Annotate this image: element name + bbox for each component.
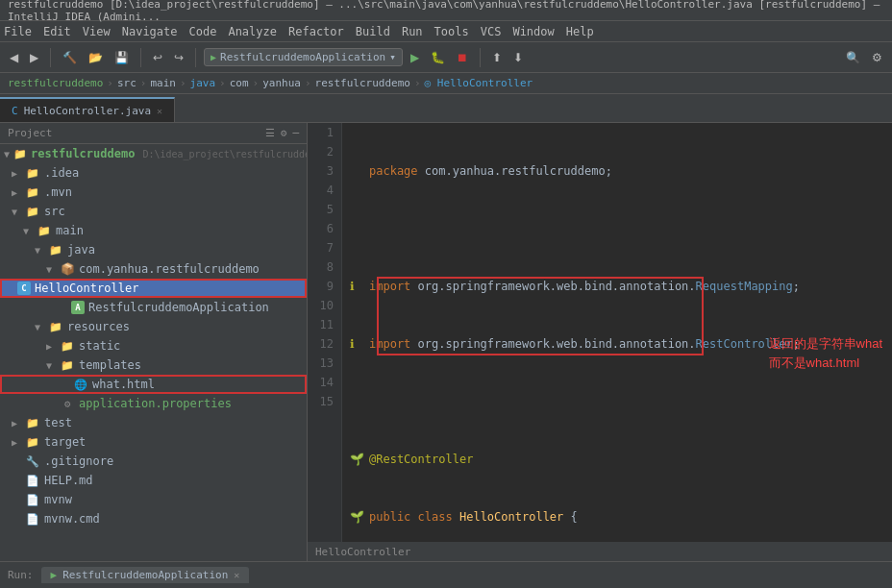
folder-icon: 📁: [25, 184, 40, 200]
chevron-down-icon: ▾: [389, 51, 396, 63]
tree-resources[interactable]: ▼ 📁 resources: [0, 317, 307, 336]
toolbar-pull[interactable]: ⬇: [509, 49, 527, 66]
toolbar-sep3: [195, 48, 196, 67]
tree-static[interactable]: ▶ 📁 static: [0, 336, 307, 355]
tree-java[interactable]: ▼ 📁 java: [0, 240, 307, 259]
folder-icon: 📁: [25, 165, 40, 181]
menu-window[interactable]: Window: [512, 25, 554, 38]
annotation-line1: 返回的是字符串what: [769, 334, 882, 354]
sidebar-actions: ☰ ⚙ ─: [265, 127, 299, 139]
menu-tools[interactable]: Tools: [434, 25, 469, 38]
line-numbers: 1 2 3 4 5 6 7 8 9 10 11 12 13 14 15: [308, 123, 342, 561]
folder-icon: 📁: [13, 146, 27, 161]
folder-icon: 📁: [37, 223, 52, 238]
tree-helpmd[interactable]: ▶ 📄 HELP.md: [0, 471, 307, 490]
bc-src[interactable]: src: [117, 77, 136, 89]
menu-code[interactable]: Code: [189, 25, 217, 38]
java-class-icon: C: [17, 282, 31, 295]
tree-target[interactable]: ▶ 📁 target: [0, 432, 307, 452]
tab-bar: C HelloController.java ✕: [0, 94, 892, 123]
run-tab-active[interactable]: ▶ RestfulcruddemoApplication ✕: [41, 567, 250, 583]
menu-analyze[interactable]: Analyze: [228, 25, 277, 38]
settings-button[interactable]: ⚙: [868, 49, 886, 66]
cmd-file-icon: 📄: [25, 511, 40, 527]
tree-root[interactable]: ▼ 📁 restfulcruddemo D:\idea_project\rest…: [0, 144, 307, 163]
sidebar-hide-icon[interactable]: ─: [292, 127, 299, 139]
tree-mvnwcmd[interactable]: ▶ 📄 mvnw.cmd: [0, 509, 307, 528]
tree-package[interactable]: ▼ 📦 com.yanhua.restfulcruddemo: [0, 259, 307, 279]
tree-mvn[interactable]: ▶ 📁 .mvn: [0, 183, 307, 202]
debug-button[interactable]: 🐛: [427, 49, 449, 66]
menu-run[interactable]: Run: [402, 25, 423, 38]
toolbar-back[interactable]: ◀: [6, 49, 22, 66]
run-config-label: RestfulcruddemoApplication: [220, 51, 385, 63]
code-line-7: 🌱 public class HelloController {: [350, 507, 884, 527]
toolbar-forward[interactable]: ▶: [26, 49, 42, 66]
run-config-icon: ▶: [211, 52, 216, 62]
folder-icon: 📁: [60, 338, 75, 354]
menu-help[interactable]: Help: [566, 25, 594, 38]
toolbar-open[interactable]: 📂: [85, 49, 107, 66]
toolbar-sep4: [480, 48, 481, 67]
markdown-icon: 📄: [25, 473, 40, 488]
file-icon: 📄: [25, 492, 40, 507]
bc-restfulcruddemo[interactable]: restfulcruddemo: [315, 77, 410, 89]
tree-appprops[interactable]: ▶ ⚙ application.properties: [0, 394, 307, 413]
menu-vcs[interactable]: VCS: [481, 25, 502, 38]
tree-whathtml[interactable]: ▶ 🌐 what.html: [0, 375, 307, 394]
run-label: Run:: [8, 569, 34, 581]
sidebar-title: Project: [8, 127, 52, 139]
tree-root-label: restfulcruddemo: [31, 147, 135, 160]
tree-gitignore[interactable]: ▶ 🔧 .gitignore: [0, 452, 307, 471]
menu-refactor[interactable]: Refactor: [288, 25, 344, 38]
bc-yanhua[interactable]: yanhua: [262, 77, 301, 89]
tree-mvnw[interactable]: ▶ 📄 mvnw: [0, 490, 307, 509]
bc-main[interactable]: main: [150, 77, 176, 89]
tab-label: HelloController.java: [24, 105, 151, 117]
tree-main[interactable]: ▼ 📁 main: [0, 221, 307, 240]
code-line-2: [350, 219, 884, 238]
run-config-name: RestfulcruddemoApplication: [62, 569, 228, 581]
menu-build[interactable]: Build: [356, 25, 390, 38]
tab-hellocontroller[interactable]: C HelloController.java ✕: [0, 97, 175, 122]
bc-com[interactable]: com: [230, 77, 249, 89]
tree-idea[interactable]: ▶ 📁 .idea: [0, 163, 307, 183]
tab-close-button[interactable]: ✕: [157, 106, 162, 116]
toolbar-sep1: [50, 48, 51, 67]
annotation-line2: 而不是what.html: [769, 354, 882, 373]
menu-view[interactable]: View: [83, 25, 111, 38]
bc-hellocontroller[interactable]: ◎ HelloController: [425, 77, 533, 89]
tree-hellocontroller[interactable]: ▶ C HelloController: [0, 279, 307, 298]
run-config-dropdown[interactable]: ▶ RestfulcruddemoApplication ▾: [204, 48, 403, 66]
code-line-6: 🌱 @RestController: [350, 450, 884, 469]
sidebar-settings-icon[interactable]: ⚙: [281, 127, 287, 139]
bc-project[interactable]: restfulcruddemo: [8, 77, 103, 89]
search-everywhere-button[interactable]: 🔍: [842, 49, 864, 66]
title-text: restfulcruddemo [D:\idea_project\restful…: [8, 0, 884, 23]
toolbar-save[interactable]: 💾: [111, 49, 133, 66]
menu-file[interactable]: File: [4, 25, 32, 38]
current-class-label: HelloController: [315, 546, 410, 558]
title-bar: restfulcruddemo [D:\idea_project\restful…: [0, 0, 892, 21]
gutter-icon-1: [350, 161, 365, 181]
toolbar-git[interactable]: ⬆: [488, 49, 506, 66]
sidebar-collapse-icon[interactable]: ☰: [265, 127, 275, 139]
tree-test[interactable]: ▶ 📁 test: [0, 413, 307, 432]
tree-src[interactable]: ▼ 📁 src: [0, 202, 307, 221]
menu-edit[interactable]: Edit: [43, 25, 71, 38]
code-editor[interactable]: 1 2 3 4 5 6 7 8 9 10 11 12 13 14 15 pack…: [308, 123, 892, 561]
menu-navigate[interactable]: Navigate: [122, 25, 178, 38]
stop-button[interactable]: ⏹: [453, 49, 472, 66]
run-tab-close[interactable]: ✕: [234, 570, 239, 580]
tree-templates[interactable]: ▼ 📁 templates: [0, 355, 307, 375]
run-button[interactable]: ▶: [407, 49, 423, 66]
bc-java[interactable]: java: [190, 77, 216, 89]
toolbar-redo[interactable]: ↪: [170, 49, 187, 66]
toolbar: ◀ ▶ 🔨 📂 💾 ↩ ↪ ▶ RestfulcruddemoApplicati…: [0, 42, 892, 73]
properties-icon: ⚙: [60, 396, 75, 411]
package-icon: 📦: [60, 261, 75, 277]
toolbar-build[interactable]: 🔨: [59, 49, 81, 66]
tab-file-icon: C: [12, 105, 18, 117]
toolbar-undo[interactable]: ↩: [149, 49, 166, 66]
tree-application[interactable]: ▶ A RestfulcruddemoApplication: [0, 298, 307, 317]
